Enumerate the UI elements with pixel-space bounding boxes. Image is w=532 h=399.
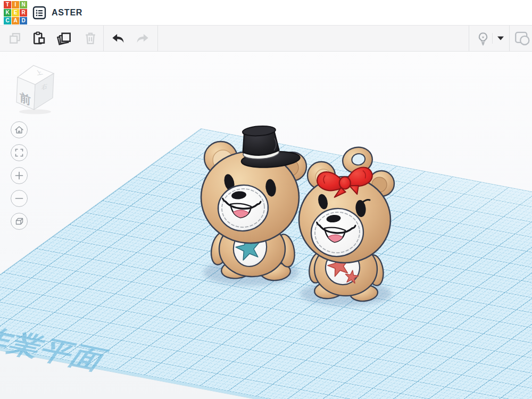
paste-icon — [31, 31, 46, 46]
toolbar-separator — [469, 26, 469, 51]
home-icon — [14, 124, 24, 135]
view-cube[interactable]: 前 上 右 — [11, 62, 60, 115]
copy-button[interactable] — [4, 28, 26, 48]
fit-view-button[interactable] — [11, 144, 28, 161]
zoom-out-button[interactable] — [11, 190, 28, 207]
toggle-shapes-panel-button[interactable] — [512, 28, 532, 48]
top-bar: TINKERCAD ASTER — [0, 0, 532, 26]
redo-icon — [135, 30, 151, 46]
shapes-panel-icon — [513, 30, 531, 47]
logo-letter-c: C — [4, 17, 11, 24]
logo-letter-d: D — [20, 17, 27, 24]
logo-letter-a: A — [12, 17, 19, 24]
toolbar-separator — [509, 26, 510, 51]
toolbar-separator — [492, 33, 493, 44]
logo-letter-r: R — [20, 9, 27, 16]
list-menu-icon — [32, 6, 46, 20]
fit-view-icon — [14, 148, 24, 157]
zoom-in-button[interactable] — [11, 167, 28, 184]
caret-down-icon — [497, 36, 504, 41]
logo-letter-k: K — [4, 9, 11, 16]
plus-icon — [14, 171, 24, 180]
toolbar-separator — [157, 26, 158, 51]
undo-icon — [110, 30, 126, 46]
tinkercad-logo[interactable]: TINKERCAD — [4, 1, 29, 25]
teddy-bear-red-bow[interactable] — [299, 145, 394, 306]
redo-button[interactable] — [132, 28, 153, 48]
orthographic-view-button[interactable] — [11, 213, 28, 230]
view-controls — [11, 121, 28, 230]
toolbar — [0, 26, 532, 52]
minus-icon — [14, 194, 24, 203]
logo-letter-e: E — [12, 9, 19, 16]
lightbulb-icon — [475, 30, 491, 46]
duplicate-icon — [56, 30, 72, 46]
adjust-light-button[interactable] — [472, 28, 494, 48]
design-title: ASTER — [52, 0, 82, 26]
perspective-box-icon — [14, 216, 24, 227]
teddy-bear-top-hat[interactable] — [201, 123, 306, 286]
duplicate-button[interactable] — [54, 28, 75, 48]
viewport[interactable]: 作業平面 前 上 右 — [0, 52, 532, 399]
logo-letter-i: I — [12, 1, 19, 9]
scene-objects — [0, 52, 532, 399]
logo-letter-t: T — [4, 1, 11, 9]
home-view-button[interactable] — [11, 121, 28, 138]
toolbar-separator — [103, 26, 104, 51]
trash-icon — [83, 31, 98, 46]
undo-button[interactable] — [107, 28, 129, 48]
copy-icon — [7, 31, 22, 46]
logo-letter-n: N — [20, 1, 27, 9]
delete-button[interactable] — [80, 28, 101, 48]
bear1-top-hat — [239, 123, 300, 169]
light-options-dropdown[interactable] — [494, 28, 508, 48]
paste-button[interactable] — [28, 28, 49, 48]
design-menu-button[interactable] — [32, 6, 46, 20]
